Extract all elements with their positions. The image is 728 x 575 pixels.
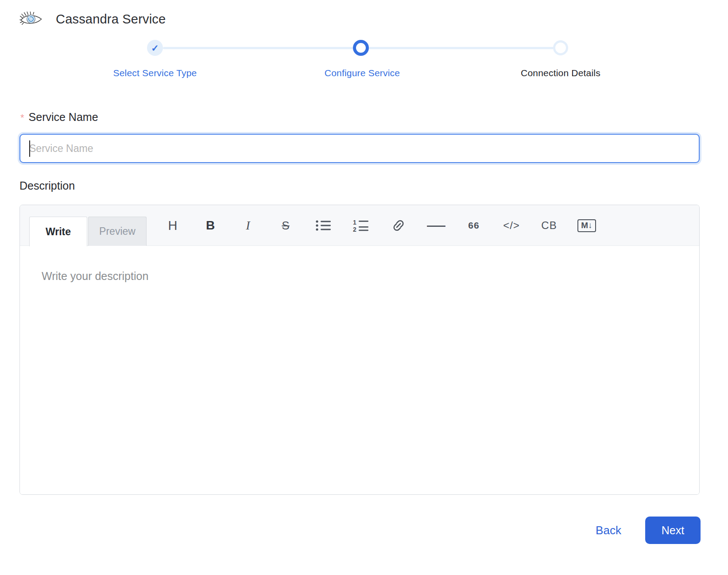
unordered-list-icon (315, 219, 331, 232)
description-label: Description (19, 179, 75, 192)
step-label-configure-service: Configure Service (291, 68, 433, 78)
editor-tabs: Write Preview (29, 217, 147, 246)
horizontal-rule-icon: — (427, 218, 445, 233)
description-textarea[interactable] (20, 246, 699, 495)
service-name-label: *Service Name (20, 111, 98, 124)
editor-body (20, 246, 699, 495)
unordered-list-button[interactable] (314, 213, 333, 238)
description-markdown-editor: Write Preview H B I S (19, 205, 700, 495)
step-completed-circle: ✓ (147, 40, 163, 56)
page-header: Cassandra Service (19, 11, 166, 27)
editor-toolbar-icons: H B I S (163, 205, 596, 246)
markdown-button[interactable]: M↓ (577, 213, 596, 238)
step-label-connection-details: Connection Details (490, 68, 631, 78)
ordered-list-icon: 1 2 (352, 219, 369, 232)
step-pending-circle (553, 40, 568, 55)
bold-icon: B (206, 218, 215, 233)
strikethrough-icon: S (282, 219, 289, 233)
heading-icon: H (168, 218, 178, 233)
link-button[interactable] (389, 213, 408, 238)
step-label-select-service-type: Select Service Type (84, 68, 226, 78)
tab-preview[interactable]: Preview (88, 217, 147, 246)
quote-button[interactable]: 66 (464, 213, 484, 238)
code-icon: </> (503, 219, 520, 232)
back-button[interactable]: Back (582, 524, 635, 537)
required-asterisk: * (20, 112, 24, 123)
service-name-input[interactable] (19, 134, 700, 163)
italic-icon: I (246, 218, 250, 233)
editor-toolbar: Write Preview H B I S (20, 205, 699, 246)
code-block-icon: CB (541, 219, 557, 232)
svg-text:1: 1 (353, 219, 356, 226)
quote-icon: 66 (468, 220, 479, 231)
service-name-label-text: Service Name (29, 111, 98, 123)
heading-button[interactable]: H (163, 213, 182, 238)
link-icon (391, 218, 406, 233)
next-button[interactable]: Next (645, 517, 701, 544)
page-title: Cassandra Service (56, 12, 166, 27)
tab-write[interactable]: Write (29, 217, 87, 246)
horizontal-rule-button[interactable]: — (426, 213, 446, 238)
code-block-button[interactable]: CB (539, 213, 559, 238)
markdown-icon: M↓ (577, 219, 596, 232)
code-button[interactable]: </> (502, 213, 521, 238)
text-caret (29, 140, 30, 157)
italic-button[interactable]: I (238, 213, 258, 238)
ordered-list-button[interactable]: 1 2 (351, 213, 371, 238)
bold-button[interactable]: B (201, 213, 220, 238)
svg-text:2: 2 (353, 226, 356, 232)
cassandra-eye-logo (19, 11, 43, 27)
step-active-circle (353, 40, 369, 56)
check-icon: ✓ (151, 43, 159, 53)
stepper-connector-2 (369, 47, 554, 49)
stepper-connector-1 (163, 47, 354, 49)
configure-service-page: Cassandra Service ✓ Select Service Type … (0, 0, 728, 575)
strikethrough-button[interactable]: S (276, 213, 295, 238)
